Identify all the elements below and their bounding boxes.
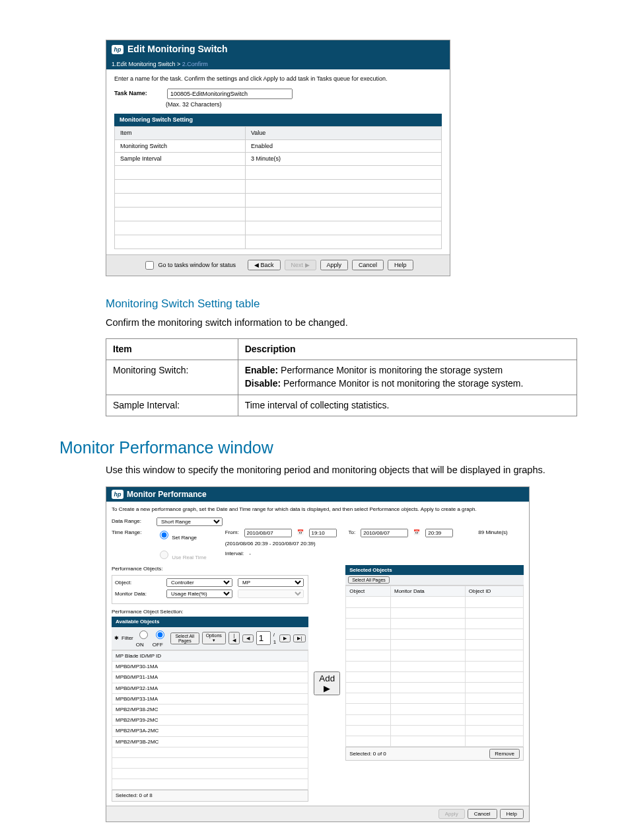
- to-time-input[interactable]: [425, 529, 453, 537]
- col-item: Item: [115, 126, 246, 139]
- list-item: [346, 650, 524, 661]
- breadcrumb-step-2[interactable]: 2.Confirm: [182, 61, 208, 67]
- list-item: [346, 736, 524, 746]
- select-all-pages-button[interactable]: Select All Pages: [170, 632, 199, 644]
- list-item: [346, 597, 524, 607]
- dialog-instruction: Enter a name for the task. Confirm the s…: [114, 75, 442, 83]
- monitor-performance-heading: Monitor Performance window: [59, 436, 577, 459]
- dialog-title: Edit Monitoring Switch: [127, 43, 228, 56]
- pager-page-input[interactable]: [256, 631, 271, 645]
- hp-logo-icon: hp: [112, 490, 123, 499]
- selected-objects-header: Selected Objects: [345, 565, 524, 575]
- calendar-icon[interactable]: 📅: [413, 529, 420, 536]
- task-name-label: Task Name:: [114, 89, 160, 98]
- setting-table-description: Confirm the monitoring switch informatio…: [106, 316, 577, 329]
- cancel-button[interactable]: Cancel: [352, 260, 384, 270]
- list-item: [112, 747, 308, 757]
- list-item: [346, 693, 524, 704]
- list-item[interactable]: MPB2/MP3A-2MC: [112, 726, 308, 736]
- pager-first-button[interactable]: |◀: [228, 632, 240, 644]
- pager-last-button[interactable]: ▶|: [293, 634, 306, 642]
- table-row: Sample Interval: Time interval of collec…: [106, 395, 577, 416]
- list-item[interactable]: MPB0/MP33-1MA: [112, 693, 308, 704]
- sel-col-monitor-data: Monitor Data: [391, 586, 466, 597]
- dialog2-instruction: To Create a new performance graph, set t…: [112, 506, 524, 513]
- from-time-input[interactable]: [309, 529, 337, 537]
- settings-table: Item Value Monitoring Switch Enabled Sam…: [114, 126, 442, 249]
- range-detail: (2010/08/06 20:39 - 2010/08/07 20:39): [225, 540, 508, 547]
- list-item[interactable]: MPB0/MP32-1MA: [112, 683, 308, 693]
- list-item[interactable]: MPB2/MP38-2MC: [112, 704, 308, 714]
- list-item: [346, 725, 524, 736]
- help-button[interactable]: Help: [500, 809, 524, 819]
- breadcrumb-separator: >: [177, 61, 180, 67]
- options-button[interactable]: Options ▾: [202, 632, 226, 644]
- monitor-performance-description: Use this window to specify the monitorin…: [106, 463, 577, 477]
- col-mp-id: MP Blade ID/MP ID: [112, 651, 308, 662]
- list-item: [346, 704, 524, 714]
- task-name-input[interactable]: [167, 89, 293, 99]
- table-row: [115, 165, 442, 179]
- list-item: [112, 769, 308, 779]
- goto-tasks-checkbox[interactable]: Go to tasks window for status: [143, 259, 236, 272]
- back-button[interactable]: ◀ Back: [248, 260, 281, 270]
- pager-next-button[interactable]: ▶: [279, 634, 291, 642]
- remove-button[interactable]: Remove: [489, 749, 520, 759]
- help-button[interactable]: Help: [388, 260, 413, 270]
- select-all-pages-button[interactable]: Select All Pages: [348, 576, 390, 584]
- sel-col-object: Object: [346, 586, 391, 597]
- interval-label: Interval:: [225, 550, 244, 557]
- perf-objects-label: Performance Objects:: [112, 565, 308, 572]
- filter-off-radio[interactable]: OFF: [153, 629, 168, 648]
- table-row: [115, 235, 442, 248]
- data-range-select[interactable]: Short Range: [157, 517, 223, 526]
- time-range-label: Time Range:: [112, 529, 151, 536]
- list-item[interactable]: MPB0/MP30-1MA: [112, 662, 308, 672]
- monitor-data-select-2: [238, 590, 304, 598]
- available-objects-header: Available Objects: [112, 617, 308, 627]
- set-range-radio[interactable]: Set Range: [157, 535, 197, 541]
- object-label: Object:: [115, 579, 161, 586]
- object-select-2[interactable]: MP: [238, 578, 304, 587]
- list-item: [346, 640, 524, 650]
- filter-icon: ✱: [114, 634, 119, 642]
- from-label: From:: [225, 529, 239, 536]
- selected-count-right: Selected: 0 of 0 Remove: [345, 747, 524, 761]
- filter-on-radio[interactable]: ON: [136, 629, 150, 648]
- list-item: [346, 671, 524, 682]
- add-button[interactable]: Add ▶: [314, 671, 340, 695]
- use-real-time-radio: Use Real Time: [157, 554, 207, 560]
- list-item[interactable]: MPB2/MP39-2MC: [112, 715, 308, 726]
- object-select-1[interactable]: Controller: [166, 578, 232, 587]
- from-date-input[interactable]: [244, 529, 292, 537]
- sel-col-object-id: Object ID: [465, 586, 523, 597]
- selected-count-left: Selected: 0 of 8: [112, 790, 308, 801]
- doc-col-description: Description: [238, 338, 577, 360]
- list-item[interactable]: MPB0/MP31-1MA: [112, 672, 308, 683]
- list-item[interactable]: MPB2/MP3B-2MC: [112, 736, 308, 747]
- hp-logo-icon: hp: [112, 45, 123, 54]
- apply-button[interactable]: Apply: [320, 260, 349, 270]
- col-value: Value: [246, 126, 442, 139]
- cancel-button[interactable]: Cancel: [468, 809, 497, 819]
- pager-prev-button[interactable]: ◀: [242, 634, 254, 642]
- dialog-button-bar: Go to tasks window for status ◀ Back Nex…: [106, 254, 450, 276]
- monitor-data-label: Monitor Data:: [115, 590, 161, 597]
- monitor-data-select-1[interactable]: Usage Rate(%): [166, 590, 232, 598]
- calendar-icon[interactable]: 📅: [297, 529, 304, 536]
- data-range-label: Data Range:: [112, 517, 151, 525]
- selection-header: Performance Object Selection:: [112, 608, 308, 615]
- settings-table-header: Monitoring Switch Setting: [114, 114, 442, 126]
- goto-tasks-check-input[interactable]: [145, 261, 154, 270]
- breadcrumb-step-1: 1.Edit Monitoring Switch: [112, 61, 176, 67]
- selected-objects-table: Object Monitor Data Object ID: [345, 586, 524, 747]
- wizard-breadcrumb: 1.Edit Monitoring Switch > 2.Confirm: [106, 59, 450, 70]
- pager-total: / 1: [273, 631, 277, 646]
- monitor-performance-dialog: hp Monitor Performance To Create a new p…: [106, 486, 530, 822]
- next-button: Next ▶: [285, 260, 316, 270]
- to-date-input[interactable]: [361, 529, 408, 537]
- list-item: [346, 618, 524, 629]
- table-row: [115, 179, 442, 193]
- setting-table-heading: Monitoring Switch Setting table: [106, 296, 577, 312]
- list-item: [346, 682, 524, 693]
